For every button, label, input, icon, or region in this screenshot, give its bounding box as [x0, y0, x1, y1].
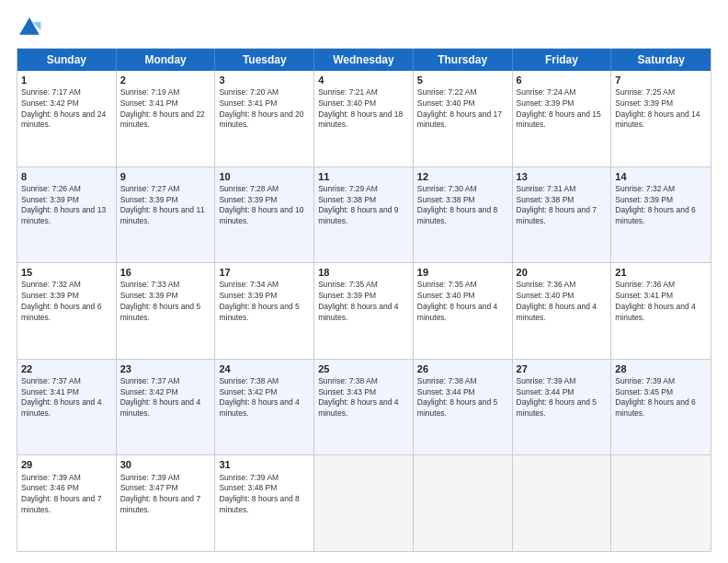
day-number: 4 [318, 74, 409, 86]
cal-cell: 7Sunrise: 7:25 AM Sunset: 3:39 PM Daylig… [611, 71, 711, 167]
cal-cell: 28Sunrise: 7:39 AM Sunset: 3:45 PM Dayli… [611, 360, 711, 455]
cal-cell: 11Sunrise: 7:29 AM Sunset: 3:38 PM Dayli… [314, 167, 414, 263]
cell-info: Sunrise: 7:22 AM Sunset: 3:40 PM Dayligh… [417, 87, 502, 129]
cell-info: Sunrise: 7:32 AM Sunset: 3:39 PM Dayligh… [615, 184, 695, 225]
page: SundayMondayTuesdayWednesdayThursdayFrid… [0, 0, 728, 563]
cal-row-4: 29Sunrise: 7:39 AM Sunset: 3:46 PM Dayli… [17, 455, 711, 551]
day-number: 15 [21, 266, 112, 279]
header [17, 15, 711, 40]
cal-header-friday: Friday [513, 49, 612, 71]
cell-info: Sunrise: 7:39 AM Sunset: 3:45 PM Dayligh… [615, 376, 695, 418]
cal-cell: 22Sunrise: 7:37 AM Sunset: 3:41 PM Dayli… [17, 360, 117, 455]
cell-info: Sunrise: 7:17 AM Sunset: 3:42 PM Dayligh… [21, 87, 106, 129]
cal-cell: 5Sunrise: 7:22 AM Sunset: 3:40 PM Daylig… [414, 71, 513, 167]
cal-cell: 10Sunrise: 7:28 AM Sunset: 3:39 PM Dayli… [215, 167, 314, 263]
cell-info: Sunrise: 7:25 AM Sunset: 3:39 PM Dayligh… [615, 87, 700, 129]
cal-header-saturday: Saturday [611, 49, 711, 71]
cell-info: Sunrise: 7:24 AM Sunset: 3:39 PM Dayligh… [517, 87, 601, 129]
svg-marker-0 [19, 17, 40, 35]
day-number: 16 [120, 266, 211, 279]
cal-row-2: 15Sunrise: 7:32 AM Sunset: 3:39 PM Dayli… [17, 263, 711, 360]
cell-info: Sunrise: 7:36 AM Sunset: 3:41 PM Dayligh… [615, 280, 695, 321]
cal-cell: 15Sunrise: 7:32 AM Sunset: 3:39 PM Dayli… [17, 263, 117, 359]
day-number: 31 [219, 458, 310, 471]
cal-cell: 1Sunrise: 7:17 AM Sunset: 3:42 PM Daylig… [17, 71, 117, 167]
cal-cell [414, 455, 513, 551]
day-number: 21 [615, 266, 707, 279]
calendar-header-row: SundayMondayTuesdayWednesdayThursdayFrid… [17, 49, 711, 71]
day-number: 20 [517, 266, 608, 279]
logo-icon [17, 15, 42, 40]
logo [17, 15, 46, 40]
cal-cell: 18Sunrise: 7:35 AM Sunset: 3:39 PM Dayli… [314, 263, 414, 359]
cal-cell [314, 455, 414, 551]
day-number: 12 [417, 170, 508, 183]
cell-info: Sunrise: 7:37 AM Sunset: 3:42 PM Dayligh… [120, 376, 200, 418]
cal-cell: 16Sunrise: 7:33 AM Sunset: 3:39 PM Dayli… [117, 263, 216, 359]
cal-cell: 24Sunrise: 7:38 AM Sunset: 3:42 PM Dayli… [215, 360, 314, 455]
cal-cell: 25Sunrise: 7:38 AM Sunset: 3:43 PM Dayli… [314, 360, 414, 455]
cell-info: Sunrise: 7:21 AM Sunset: 3:40 PM Dayligh… [318, 87, 403, 129]
cal-header-thursday: Thursday [414, 49, 513, 71]
cell-info: Sunrise: 7:27 AM Sunset: 3:39 PM Dayligh… [120, 184, 205, 225]
cell-info: Sunrise: 7:38 AM Sunset: 3:42 PM Dayligh… [219, 376, 299, 418]
cell-info: Sunrise: 7:38 AM Sunset: 3:43 PM Dayligh… [318, 376, 398, 418]
day-number: 18 [318, 266, 409, 279]
cal-cell: 12Sunrise: 7:30 AM Sunset: 3:38 PM Dayli… [414, 167, 513, 263]
day-number: 9 [120, 170, 211, 183]
cell-info: Sunrise: 7:26 AM Sunset: 3:39 PM Dayligh… [21, 184, 106, 225]
cal-cell: 9Sunrise: 7:27 AM Sunset: 3:39 PM Daylig… [117, 167, 216, 263]
cal-header-tuesday: Tuesday [215, 49, 314, 71]
day-number: 14 [615, 170, 707, 183]
day-number: 23 [120, 362, 211, 375]
cal-cell: 8Sunrise: 7:26 AM Sunset: 3:39 PM Daylig… [17, 167, 117, 263]
cal-cell [513, 455, 612, 551]
cal-cell: 27Sunrise: 7:39 AM Sunset: 3:44 PM Dayli… [513, 360, 612, 455]
cal-cell: 19Sunrise: 7:35 AM Sunset: 3:40 PM Dayli… [414, 263, 513, 359]
cal-cell: 4Sunrise: 7:21 AM Sunset: 3:40 PM Daylig… [314, 71, 414, 167]
cal-cell: 14Sunrise: 7:32 AM Sunset: 3:39 PM Dayli… [611, 167, 711, 263]
day-number: 6 [517, 74, 608, 86]
cell-info: Sunrise: 7:39 AM Sunset: 3:44 PM Dayligh… [517, 376, 597, 418]
day-number: 30 [120, 458, 211, 471]
day-number: 17 [219, 266, 310, 279]
calendar: SundayMondayTuesdayWednesdayThursdayFrid… [17, 48, 711, 552]
cell-info: Sunrise: 7:35 AM Sunset: 3:39 PM Dayligh… [318, 280, 398, 321]
cell-info: Sunrise: 7:31 AM Sunset: 3:38 PM Dayligh… [517, 184, 597, 225]
cal-header-wednesday: Wednesday [314, 49, 414, 71]
cal-cell: 30Sunrise: 7:39 AM Sunset: 3:47 PM Dayli… [117, 455, 216, 551]
cell-info: Sunrise: 7:20 AM Sunset: 3:41 PM Dayligh… [219, 87, 303, 129]
cal-row-3: 22Sunrise: 7:37 AM Sunset: 3:41 PM Dayli… [17, 360, 711, 456]
day-number: 22 [21, 362, 112, 375]
cell-info: Sunrise: 7:19 AM Sunset: 3:41 PM Dayligh… [120, 87, 205, 129]
cal-cell: 6Sunrise: 7:24 AM Sunset: 3:39 PM Daylig… [513, 71, 612, 167]
day-number: 25 [318, 362, 409, 375]
cal-header-sunday: Sunday [17, 49, 117, 71]
day-number: 26 [417, 362, 508, 375]
day-number: 19 [417, 266, 508, 279]
day-number: 24 [219, 362, 310, 375]
cell-info: Sunrise: 7:36 AM Sunset: 3:40 PM Dayligh… [517, 280, 597, 321]
day-number: 7 [615, 74, 707, 86]
cell-info: Sunrise: 7:35 AM Sunset: 3:40 PM Dayligh… [417, 280, 497, 321]
cell-info: Sunrise: 7:39 AM Sunset: 3:48 PM Dayligh… [219, 473, 299, 514]
cell-info: Sunrise: 7:32 AM Sunset: 3:39 PM Dayligh… [21, 280, 101, 321]
cal-cell: 3Sunrise: 7:20 AM Sunset: 3:41 PM Daylig… [215, 71, 314, 167]
day-number: 5 [417, 74, 508, 86]
cell-info: Sunrise: 7:30 AM Sunset: 3:38 PM Dayligh… [417, 184, 497, 225]
cal-cell: 20Sunrise: 7:36 AM Sunset: 3:40 PM Dayli… [513, 263, 612, 359]
calendar-body: 1Sunrise: 7:17 AM Sunset: 3:42 PM Daylig… [17, 71, 711, 551]
day-number: 3 [219, 74, 310, 86]
cal-cell: 23Sunrise: 7:37 AM Sunset: 3:42 PM Dayli… [117, 360, 216, 455]
cell-info: Sunrise: 7:37 AM Sunset: 3:41 PM Dayligh… [21, 376, 101, 418]
day-number: 27 [517, 362, 608, 375]
cal-cell: 17Sunrise: 7:34 AM Sunset: 3:39 PM Dayli… [215, 263, 314, 359]
cell-info: Sunrise: 7:38 AM Sunset: 3:44 PM Dayligh… [417, 376, 497, 418]
cal-cell: 26Sunrise: 7:38 AM Sunset: 3:44 PM Dayli… [414, 360, 513, 455]
cell-info: Sunrise: 7:39 AM Sunset: 3:46 PM Dayligh… [21, 473, 101, 514]
day-number: 11 [318, 170, 409, 183]
day-number: 10 [219, 170, 310, 183]
cal-cell: 29Sunrise: 7:39 AM Sunset: 3:46 PM Dayli… [17, 455, 117, 551]
cal-row-0: 1Sunrise: 7:17 AM Sunset: 3:42 PM Daylig… [17, 71, 711, 167]
cell-info: Sunrise: 7:39 AM Sunset: 3:47 PM Dayligh… [120, 473, 200, 514]
